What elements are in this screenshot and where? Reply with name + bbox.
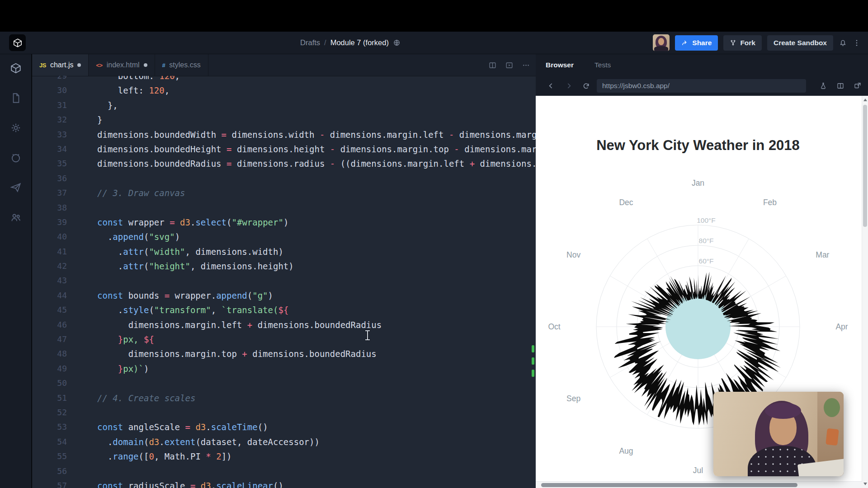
tab-styles-css[interactable]: # styles.css xyxy=(155,54,208,76)
code-line[interactable]: 56 xyxy=(32,464,536,479)
code-line[interactable]: 37// 3. Draw canvas xyxy=(32,186,536,200)
code-line[interactable]: 31 }, xyxy=(32,98,536,113)
settings-gear-icon[interactable] xyxy=(10,122,22,134)
vertical-scroll-thumb[interactable] xyxy=(863,105,867,227)
code-line[interactable]: 46 dimensions.margin.left + dimensions.b… xyxy=(32,318,536,332)
deploy-rocket-icon[interactable] xyxy=(10,182,22,193)
code-line[interactable]: 29 bottom: 120, xyxy=(32,76,536,83)
code-line[interactable]: 35dimensions.boundedRadius = dimensions.… xyxy=(32,156,536,171)
code-text: const bounds = wrapper.append("g") xyxy=(67,288,273,303)
url-bar[interactable] xyxy=(597,79,806,93)
line-number: 52 xyxy=(32,405,67,420)
code-line[interactable]: 39const wrapper = d3.select("#wrapper") xyxy=(32,215,536,230)
line-number: 39 xyxy=(32,215,67,230)
code-text xyxy=(67,273,97,288)
scroll-down-arrow[interactable] xyxy=(863,483,867,485)
back-icon[interactable] xyxy=(547,81,556,90)
share-button[interactable]: Share xyxy=(675,35,718,51)
line-number: 53 xyxy=(32,420,67,434)
codesandbox-logo[interactable] xyxy=(9,34,26,51)
refresh-icon[interactable] xyxy=(582,82,590,90)
code-line[interactable]: 49 }px)`) xyxy=(32,361,536,376)
code-line[interactable]: 57const radiusScale = d3.scaleLinear() xyxy=(32,479,536,488)
line-number: 51 xyxy=(32,391,67,405)
preview-run-icon[interactable] xyxy=(505,61,514,70)
line-number: 50 xyxy=(32,376,67,390)
editor-more-icon[interactable] xyxy=(522,61,530,70)
code-line[interactable]: 51// 4. Create scales xyxy=(32,391,536,405)
sandbox-cube-icon[interactable] xyxy=(10,62,22,74)
month-label: Sep xyxy=(566,394,580,403)
code-line[interactable]: 48 dimensions.margin.top + dimensions.bo… xyxy=(32,347,536,361)
code-line[interactable]: 47 }px, ${ xyxy=(32,332,536,347)
more-options-kebab-icon[interactable] xyxy=(853,39,861,47)
code-line[interactable]: 52 xyxy=(32,405,536,420)
line-number: 56 xyxy=(32,464,67,479)
code-text: .attr("width", dimensions.width) xyxy=(67,244,283,259)
code-line[interactable]: 50 xyxy=(32,376,536,390)
tab-tests[interactable]: Tests xyxy=(594,61,611,69)
team-users-icon[interactable] xyxy=(10,211,22,223)
code-text: const wrapper = d3.select("#wrapper") xyxy=(67,215,288,230)
month-label: Jan xyxy=(692,178,704,188)
code-line[interactable]: 42 .attr("height", dimensions.height) xyxy=(32,259,536,273)
activity-sidebar xyxy=(0,54,32,488)
forward-icon[interactable] xyxy=(564,81,573,90)
files-icon[interactable] xyxy=(10,92,22,104)
breadcrumb[interactable]: Drafts / Module 7 (forked) xyxy=(300,32,401,54)
line-number: 45 xyxy=(32,303,67,317)
fork-button[interactable]: Fork xyxy=(723,35,762,51)
cube-logo-icon xyxy=(13,38,23,48)
code-line[interactable]: 32} xyxy=(32,113,536,127)
code-text: .range([0, Math.PI * 2]) xyxy=(67,449,232,464)
unsaved-indicator xyxy=(77,63,81,67)
tab-chart-js[interactable]: JS chart.js xyxy=(32,54,89,76)
month-label: Feb xyxy=(763,198,777,207)
breadcrumb-folder[interactable]: Drafts xyxy=(300,38,320,47)
code-line[interactable]: 55 .range([0, Math.PI * 2]) xyxy=(32,449,536,464)
horizontal-scrollbar[interactable] xyxy=(536,481,862,488)
code-text: // 4. Create scales xyxy=(67,391,195,405)
code-text: bottom: 120, xyxy=(67,76,180,83)
vertical-scrollbar[interactable] xyxy=(862,96,868,488)
code-text: } xyxy=(67,113,102,127)
month-label: Dec xyxy=(619,198,633,207)
code-line[interactable]: 41 .attr("width", dimensions.width) xyxy=(32,244,536,259)
code-text: .domain(d3.extent(dataset, dateAccessor)… xyxy=(67,435,320,449)
line-number: 32 xyxy=(32,113,67,127)
code-line[interactable]: 30 left: 120, xyxy=(32,83,536,98)
webcam-prop xyxy=(826,428,839,446)
horizontal-scroll-thumb[interactable] xyxy=(541,483,797,487)
clear-cache-icon[interactable] xyxy=(819,82,827,90)
open-external-icon[interactable] xyxy=(854,82,862,90)
month-label: Aug xyxy=(619,446,633,455)
code-line[interactable]: 54 .domain(d3.extent(dataset, dateAccess… xyxy=(32,435,536,449)
line-number: 31 xyxy=(32,98,67,113)
tab-index-html[interactable]: <> index.html xyxy=(89,54,155,76)
code-text xyxy=(67,171,97,186)
code-line[interactable]: 40 .append("svg") xyxy=(32,230,536,244)
webcam-overlay[interactable] xyxy=(713,392,844,476)
user-avatar[interactable] xyxy=(653,34,670,51)
scroll-up-arrow[interactable] xyxy=(863,99,867,101)
code-line[interactable]: 33dimensions.boundedWidth = dimensions.w… xyxy=(32,127,536,142)
split-editor-icon[interactable] xyxy=(488,61,497,70)
month-label: Jul xyxy=(693,466,703,475)
split-preview-icon[interactable] xyxy=(836,82,844,90)
notifications-bell-icon[interactable] xyxy=(839,38,847,47)
code-line[interactable]: 53const angleScale = d3.scaleTime() xyxy=(32,420,536,434)
code-line[interactable]: 44const bounds = wrapper.append("g") xyxy=(32,288,536,303)
code-line[interactable]: 38 xyxy=(32,201,536,215)
code-line[interactable]: 36 xyxy=(32,171,536,186)
code-line[interactable]: 43 xyxy=(32,273,536,288)
github-icon[interactable] xyxy=(10,152,22,164)
code-text: }px)`) xyxy=(67,361,149,376)
line-number: 48 xyxy=(32,347,67,361)
sandbox-title[interactable]: Module 7 (forked) xyxy=(330,38,389,47)
code-line[interactable]: 34dimensions.boundedHeight = dimensions.… xyxy=(32,142,536,156)
tab-browser[interactable]: Browser xyxy=(546,61,574,69)
code-editor[interactable]: 29 bottom: 120,30 left: 120,31 },32}33di… xyxy=(32,76,536,488)
css-file-icon: # xyxy=(162,62,165,69)
code-line[interactable]: 45 .style("transform", `translate(${ xyxy=(32,303,536,317)
create-sandbox-button[interactable]: Create Sandbox xyxy=(767,35,833,51)
